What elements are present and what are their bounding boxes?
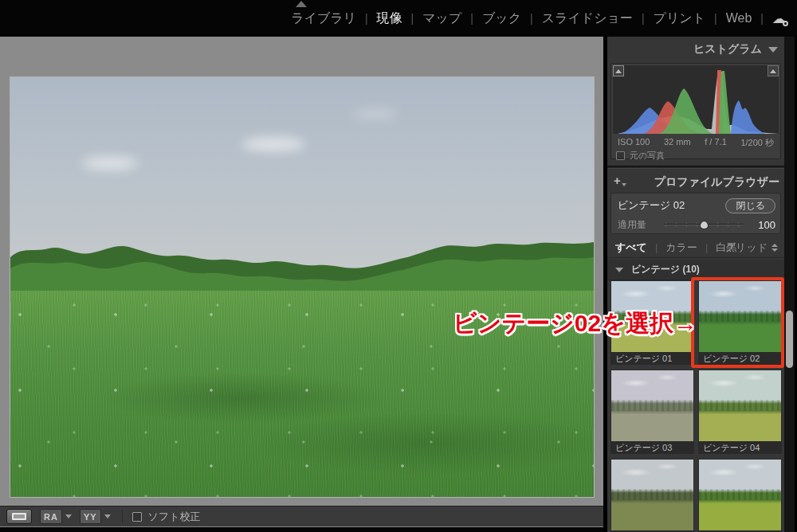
profile-browser-title: プロファイルブラウザー xyxy=(654,175,779,190)
tab-map[interactable]: マップ xyxy=(422,10,461,27)
profile-thumb-vintage-03[interactable]: ビンテージ 03 xyxy=(611,370,694,454)
profile-filter-row: すべて | カラー | 白黒 グリッド xyxy=(607,237,784,258)
soft-proof-label: ソフト校正 xyxy=(148,510,201,524)
main-canvas: RA YY ソフト校正 xyxy=(0,37,603,532)
thumb-image xyxy=(611,460,693,530)
group-collapse-triangle-icon[interactable] xyxy=(615,268,623,272)
tab-library[interactable]: ライブラリ xyxy=(291,10,356,27)
annotation-text: ビンテージ02を選択→ xyxy=(453,307,697,340)
photo-preview[interactable] xyxy=(10,77,594,497)
soft-proof-checkbox[interactable] xyxy=(132,512,142,522)
active-profile-box: ビンテージ 02 閉じる 適用量 100 xyxy=(611,193,781,234)
tab-web[interactable]: Web xyxy=(726,11,752,25)
photo-cloud xyxy=(241,137,305,151)
slider-thumb[interactable] xyxy=(700,221,709,229)
toolbar-divider xyxy=(122,510,123,523)
filter-all[interactable]: すべて xyxy=(615,241,647,255)
profile-thumb-vintage-06[interactable]: ビンテージ 06 xyxy=(698,459,782,532)
histogram-header[interactable]: ヒストグラム xyxy=(607,37,784,62)
thumb-label: ビンテージ 01 xyxy=(611,352,694,365)
thumb-label: ビンテージ 04 xyxy=(698,441,782,454)
add-profile-icon[interactable]: + xyxy=(614,174,621,187)
scrollbar-thumb[interactable] xyxy=(786,311,793,368)
reference-view-button[interactable]: RA xyxy=(40,509,62,524)
grid-view-selector[interactable]: グリッド xyxy=(725,241,778,255)
module-picker: ライブラリ | 現像 | マップ | ブック | スライドショー | プリント … xyxy=(291,0,786,37)
amount-label: 適用量 xyxy=(618,218,664,232)
tab-slideshow[interactable]: スライドショー xyxy=(542,10,633,27)
thumb-label: ビンテージ 03 xyxy=(611,441,694,454)
profile-thumb-vintage-04[interactable]: ビンテージ 04 xyxy=(698,370,782,454)
exif-iso: ISO 100 xyxy=(618,137,650,149)
photo-cloud xyxy=(82,157,138,170)
cloud-sync-icon[interactable]: ☁ xyxy=(772,12,786,25)
develop-toolbar: RA YY ソフト校正 xyxy=(0,506,603,526)
vintage-group-header[interactable]: ビンテージ (10) xyxy=(607,260,784,280)
close-button[interactable]: 閉じる xyxy=(725,198,775,213)
bottom-edge xyxy=(0,527,603,532)
reference-view-dropdown-icon[interactable] xyxy=(65,514,72,518)
histogram-panel: ISO 100 32 mm f / 7.1 1/200 秒 元の写真 xyxy=(611,63,781,159)
amount-value: 100 xyxy=(752,219,775,231)
profile-thumb-vintage-02[interactable]: ビンテージ 02 xyxy=(698,280,782,365)
nav-separator: | xyxy=(714,12,717,25)
profile-browser-header: + プロファイルブラウザー xyxy=(607,170,784,193)
nav-separator: | xyxy=(365,12,368,25)
exif-aperture: f / 7.1 xyxy=(705,137,727,149)
thumb-image xyxy=(699,370,781,441)
thumb-label: ビンテージ 02 xyxy=(698,352,782,365)
nav-separator: | xyxy=(411,12,414,25)
nav-separator: | xyxy=(760,12,764,25)
right-panel-content: ヒストグラム xyxy=(607,37,784,532)
panel-divider xyxy=(607,166,784,169)
thumb-image xyxy=(699,281,781,352)
tab-book[interactable]: ブック xyxy=(482,10,521,27)
before-after-dropdown-icon[interactable] xyxy=(104,514,111,518)
exif-info: ISO 100 32 mm f / 7.1 1/200 秒 xyxy=(618,137,774,149)
original-photo-checkbox[interactable] xyxy=(616,151,625,160)
tab-print[interactable]: プリント xyxy=(654,10,706,27)
exif-shutter: 1/200 秒 xyxy=(740,137,774,149)
updown-icon xyxy=(771,244,778,252)
top-bar: ライブラリ | 現像 | マップ | ブック | スライドショー | プリント … xyxy=(0,0,797,37)
tab-develop[interactable]: 現像 xyxy=(377,10,402,27)
thumb-image xyxy=(699,460,781,530)
filter-separator: | xyxy=(655,241,658,253)
exif-focal-length: 32 mm xyxy=(664,137,691,149)
shadow-clipping-indicator[interactable] xyxy=(613,65,624,76)
before-after-button[interactable]: YY xyxy=(80,509,101,524)
nav-separator: | xyxy=(642,12,645,25)
filter-color[interactable]: カラー xyxy=(665,241,697,255)
filter-separator: | xyxy=(705,241,708,253)
highlight-clipping-indicator[interactable] xyxy=(768,65,779,76)
vintage-group-title: ビンテージ (10) xyxy=(631,263,700,276)
thumb-image xyxy=(611,370,693,441)
panel-scrollbar[interactable] xyxy=(784,37,795,532)
photo-cloud xyxy=(353,109,397,119)
original-photo-label: 元の写真 xyxy=(630,150,665,162)
histogram-title: ヒストグラム xyxy=(693,42,762,57)
loupe-view-button[interactable] xyxy=(6,509,32,524)
right-panel: ヒストグラム xyxy=(603,37,797,532)
profile-thumb-vintage-05[interactable]: ビンテージ 05 xyxy=(611,459,694,532)
amount-slider[interactable] xyxy=(664,219,744,230)
nav-separator: | xyxy=(530,12,533,25)
current-profile-name: ビンテージ 02 xyxy=(618,198,685,213)
nav-separator: | xyxy=(470,12,473,25)
collapse-triangle-icon[interactable] xyxy=(768,47,778,53)
histogram-graph[interactable] xyxy=(613,65,779,134)
